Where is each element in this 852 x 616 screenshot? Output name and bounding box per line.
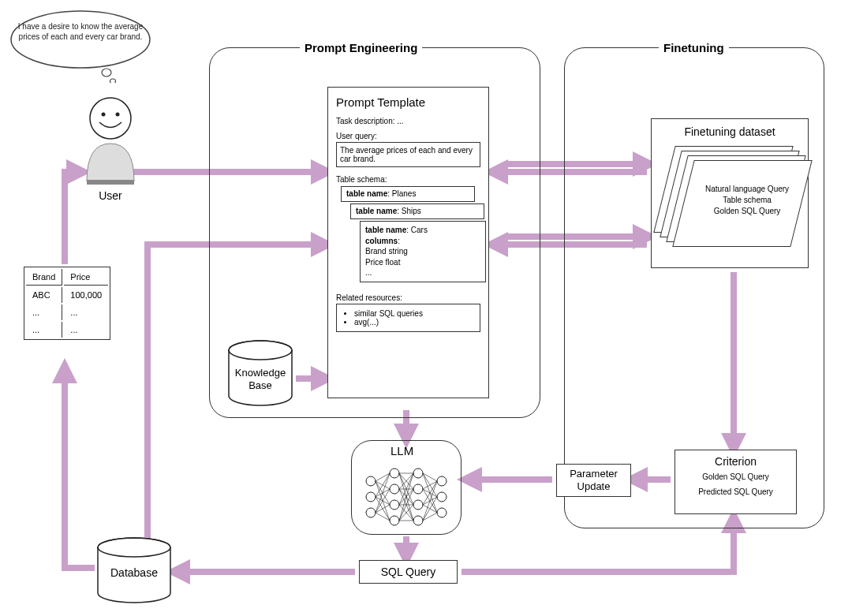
svg-point-17 — [413, 484, 423, 494]
svg-point-13 — [390, 484, 399, 494]
criterion-title: Criterion — [680, 455, 791, 468]
user-query-value: The average prices of each and every car… — [336, 142, 480, 167]
prompt-template-title: Prompt Template — [336, 95, 480, 109]
svg-point-3 — [90, 98, 131, 139]
svg-point-20 — [437, 476, 447, 486]
sql-query-box: SQL Query — [359, 560, 458, 584]
prompt-engineering-title: Prompt Engineering — [300, 41, 422, 54]
svg-point-10 — [366, 492, 376, 502]
dataset-card-content: Natural language Query Table schema Gold… — [688, 184, 806, 217]
svg-point-15 — [390, 516, 399, 525]
table-schema-label: Table schema: — [336, 175, 480, 184]
user-label: User — [79, 189, 142, 202]
criterion-box: Criterion Golden SQL Query Predicted SQL… — [674, 450, 797, 514]
prompt-template-box: Prompt Template Task description: ... Us… — [327, 87, 489, 398]
schema-planes: table name: Planes — [341, 186, 475, 202]
criterion-predicted: Predicted SQL Query — [680, 487, 791, 496]
parameter-update-box: Parameter Update — [556, 464, 631, 497]
user-query-label: User query: — [336, 132, 480, 140]
svg-point-1 — [102, 69, 111, 77]
knowledge-base-label: Knowledge Base — [229, 367, 292, 391]
finetuning-dataset-title: Finetuning dataset — [658, 125, 802, 138]
speech-bubble-shape — [8, 8, 154, 83]
criterion-golden: Golden SQL Query — [680, 472, 791, 481]
svg-point-2 — [110, 79, 116, 83]
svg-point-11 — [366, 508, 376, 517]
svg-rect-6 — [87, 180, 134, 185]
svg-point-16 — [413, 469, 423, 478]
schema-cars: table name: Cars columns: Brand string P… — [360, 221, 486, 282]
user-icon — [79, 87, 142, 189]
result-table: Brand Price ABC100,000 ...... ...... — [24, 267, 110, 340]
finetuning-title: Finetuning — [659, 41, 729, 54]
svg-point-19 — [413, 516, 423, 525]
related-label: Related resources: — [336, 293, 480, 302]
svg-point-4 — [102, 113, 106, 117]
speech-text: I have a desire to know the average pric… — [17, 22, 144, 42]
svg-point-22 — [437, 508, 447, 517]
finetuning-dataset-box: Finetuning dataset Natural language Quer… — [651, 118, 809, 268]
llm-title: LLM — [390, 444, 413, 457]
svg-point-14 — [390, 500, 399, 510]
svg-point-12 — [390, 469, 399, 478]
database-label: Database — [110, 566, 158, 579]
svg-point-18 — [413, 500, 423, 510]
svg-point-5 — [116, 113, 120, 117]
neural-net-icon — [359, 457, 454, 532]
task-description-label: Task description: ... — [336, 117, 480, 125]
schema-ships: table name: Ships — [350, 203, 484, 219]
svg-point-21 — [437, 492, 447, 502]
related-resources-box: similar SQL queries avg(...) — [336, 304, 480, 332]
svg-point-9 — [366, 476, 376, 486]
